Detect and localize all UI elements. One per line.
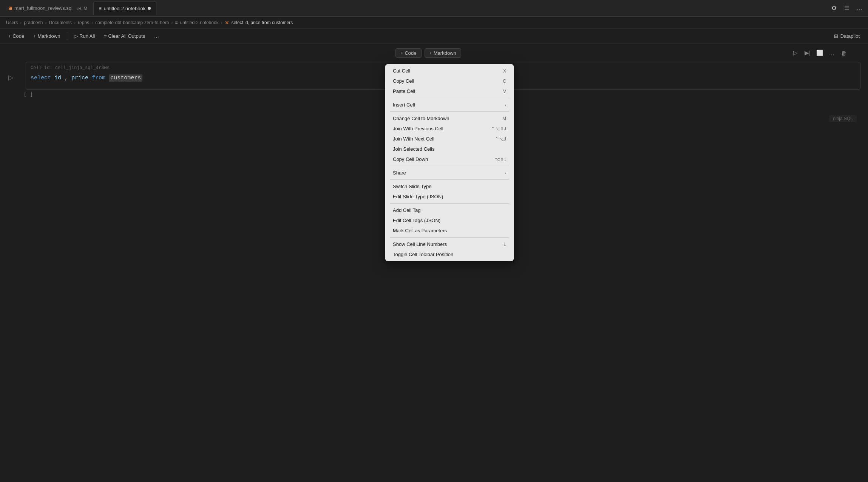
add-code-label: + Code: [8, 33, 24, 39]
breadcrumb: Users › pradnesh › Documents › repos › c…: [0, 17, 868, 29]
add-code-button[interactable]: + Code: [5, 32, 28, 40]
cell-more-button[interactable]: …: [826, 48, 837, 58]
toolbar-more-button[interactable]: …: [150, 32, 163, 40]
breadcrumb-documents[interactable]: Documents: [49, 20, 72, 25]
run-cell-button[interactable]: ▷: [790, 48, 801, 58]
insert-code-label: + Code: [400, 50, 416, 56]
toolbar-more-label: …: [154, 33, 159, 39]
menu-join-previous-shortcut: ⌃⌥⇧J: [491, 126, 506, 131]
run-next-button[interactable]: ▶|: [802, 48, 813, 58]
menu-copy-down-shortcut: ⌥⇧↓: [495, 157, 506, 162]
toolbar-divider-1: [67, 32, 67, 40]
menu-toggle-toolbar[interactable]: Toggle Cell Toolbar Position: [387, 249, 512, 260]
menu-edit-tags-label: Edit Cell Tags (JSON): [393, 218, 440, 223]
menu-share-label: Share: [393, 170, 406, 176]
insert-markdown-label: + Markdown: [429, 50, 456, 56]
add-markdown-label: + Markdown: [33, 33, 60, 39]
notebook-tab-icon: ≡: [99, 6, 102, 11]
breadcrumb-repos[interactable]: repos: [78, 20, 89, 25]
menu-edit-tags[interactable]: Edit Cell Tags (JSON): [387, 215, 512, 226]
menu-join-previous[interactable]: Join With Previous Cell ⌃⌥⇧J: [387, 124, 512, 134]
datapilot-label: Datapilot: [840, 33, 860, 39]
main-toolbar: + Code + Markdown ▷ Run All ≡ Clear All …: [0, 29, 868, 44]
menu-line-numbers-shortcut: L: [504, 242, 506, 247]
datapilot-button[interactable]: ⊞ Datapilot: [830, 32, 863, 40]
clear-all-button[interactable]: ≡ Clear All Outputs: [100, 32, 149, 40]
menu-share-arrow: ›: [505, 171, 506, 175]
breadcrumb-pradnesh[interactable]: pradnesh: [24, 20, 43, 25]
menu-change-markdown-label: Change Cell to Markdown: [393, 116, 449, 121]
run-all-button[interactable]: ▷ Run All: [70, 32, 99, 40]
menu-mark-parameters[interactable]: Mark Cell as Parameters: [387, 226, 512, 236]
menu-line-numbers-label: Show Cell Line Numbers: [393, 241, 447, 247]
breadcrumb-x-icon: ✕: [225, 20, 229, 26]
menu-insert-cell[interactable]: Insert Cell ›: [387, 100, 512, 110]
insert-code-button[interactable]: + Code: [395, 48, 421, 58]
settings-button[interactable]: ⚙: [829, 3, 839, 14]
menu-cut-label: Cut Cell: [393, 68, 410, 74]
breadcrumb-notebook[interactable]: untitled-2.notebook: [180, 20, 219, 25]
notebook-modified-dot: [148, 7, 151, 10]
layout-button[interactable]: ☰: [842, 3, 852, 14]
run-all-label: ▷ Run All: [74, 33, 95, 39]
id-col: id: [54, 75, 61, 81]
sql-tab-icon: ⊞: [8, 6, 12, 11]
menu-paste-cell[interactable]: Paste Cell V: [387, 86, 512, 96]
menu-join-selected[interactable]: Join Selected Cells: [387, 144, 512, 154]
menu-join-next-shortcut: ⌃⌥J: [495, 136, 506, 142]
more-button[interactable]: …: [854, 3, 865, 14]
menu-copy-cell[interactable]: Copy Cell C: [387, 76, 512, 86]
separator-5: [390, 203, 509, 204]
datapilot-icon: ⊞: [834, 33, 838, 39]
menu-join-next-label: Join With Next Cell: [393, 136, 434, 142]
menu-switch-slide[interactable]: Switch Slide Type: [387, 181, 512, 192]
menu-add-tag[interactable]: Add Cell Tag: [387, 205, 512, 215]
menu-join-selected-label: Join Selected Cells: [393, 146, 435, 152]
menu-join-previous-label: Join With Previous Cell: [393, 126, 443, 131]
menu-cut-cell[interactable]: Cut Cell X: [387, 66, 512, 76]
cell-insert-toolbar: + Code + Markdown ▷ ▶| ⬜ … 🗑: [0, 44, 868, 62]
menu-share[interactable]: Share ›: [387, 168, 512, 178]
context-menu: Cut Cell X Copy Cell C Paste Cell V Inse…: [385, 64, 514, 261]
menu-toggle-toolbar-label: Toggle Cell Toolbar Position: [393, 252, 453, 257]
separator-6: [390, 237, 509, 238]
menu-cut-shortcut: X: [503, 68, 506, 74]
breadcrumb-notebook-icon: ≡: [175, 20, 178, 25]
sql-tab-label: mart_fullmoon_reviews.sql: [14, 5, 73, 11]
tab-bar-right: ⚙ ☰ …: [829, 3, 865, 14]
separator-1: [390, 98, 509, 98]
clear-all-label: ≡ Clear All Outputs: [104, 33, 145, 39]
ninja-sql-badge: ninja SQL: [829, 115, 857, 122]
tab-sql[interactable]: ⊞ mart_fullmoon_reviews.sql ↓R, M: [3, 2, 93, 15]
menu-mark-parameters-label: Mark Cell as Parameters: [393, 228, 447, 233]
menu-add-tag-label: Add Cell Tag: [393, 207, 420, 213]
delete-cell-button[interactable]: 🗑: [839, 48, 849, 58]
menu-change-markdown-shortcut: M: [502, 116, 506, 121]
insert-markdown-button[interactable]: + Markdown: [425, 48, 461, 58]
menu-edit-slide[interactable]: Edit Slide Type (JSON): [387, 192, 512, 202]
toolbar-right: ⊞ Datapilot: [830, 32, 863, 40]
menu-edit-slide-label: Edit Slide Type (JSON): [393, 194, 443, 199]
highlighted-customers: customers: [109, 74, 142, 82]
tab-notebook[interactable]: ≡ untitled-2.notebook: [93, 2, 157, 15]
menu-change-markdown[interactable]: Change Cell to Markdown M: [387, 113, 512, 124]
menu-join-next[interactable]: Join With Next Cell ⌃⌥J: [387, 134, 512, 144]
menu-paste-label: Paste Cell: [393, 88, 415, 94]
menu-copy-shortcut: C: [503, 79, 506, 84]
sql-tab-suffix: ↓R, M: [76, 6, 87, 11]
keyword-select: select: [31, 75, 51, 81]
cell-split-button[interactable]: ⬜: [814, 48, 825, 58]
add-markdown-button[interactable]: + Markdown: [29, 32, 64, 40]
breadcrumb-users[interactable]: Users: [6, 20, 18, 25]
breadcrumb-current[interactable]: select id, price from customers: [232, 20, 293, 25]
menu-copy-down-label: Copy Cell Down: [393, 156, 428, 162]
keyword-from: from: [92, 75, 105, 81]
menu-switch-slide-label: Switch Slide Type: [393, 184, 431, 189]
menu-copy-down[interactable]: Copy Cell Down ⌥⇧↓: [387, 154, 512, 164]
menu-insert-label: Insert Cell: [393, 102, 415, 108]
id-price: price: [71, 75, 88, 81]
breadcrumb-bootcamp[interactable]: complete-dbt-bootcamp-zero-to-hero: [95, 20, 169, 25]
notebook-tab-label: untitled-2.notebook: [104, 6, 146, 11]
menu-line-numbers[interactable]: Show Cell Line Numbers L: [387, 239, 512, 249]
cell-run-icon[interactable]: ▷: [8, 73, 14, 82]
